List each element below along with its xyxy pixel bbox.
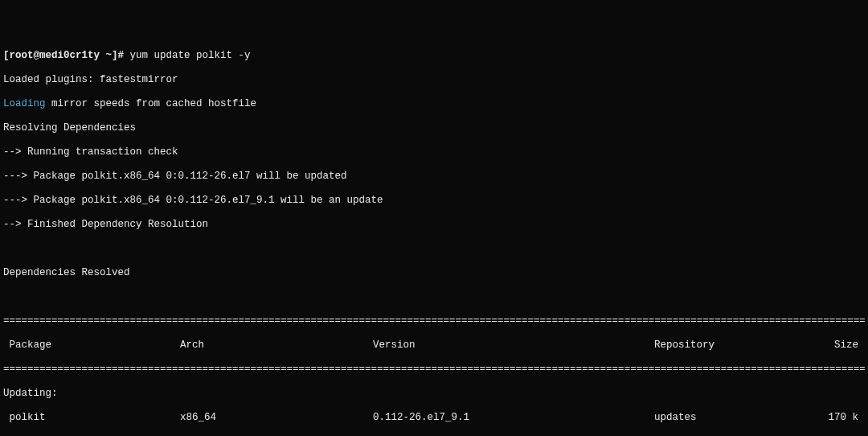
loading-rest: mirror speeds from cached hostfile — [46, 98, 257, 109]
header-size: Size — [823, 339, 865, 352]
blank — [3, 291, 865, 303]
package-old-line: ---> Package polkit.x86_64 0:0.112-26.el… — [3, 171, 865, 183]
resolving-line: Resolving Dependencies — [3, 122, 865, 134]
finished-dep-line: --> Finished Dependency Resolution — [3, 219, 865, 231]
prompt-userhost: [root@medi0cr1ty ~]# — [3, 50, 130, 61]
updating-header: Updating: — [3, 388, 865, 400]
prompt-cmd: yum update polkit -y — [130, 50, 251, 61]
trans-check-line: --> Running transaction check — [3, 146, 865, 158]
loaded-plugins-line: Loaded plugins: fastestmirror — [3, 74, 865, 86]
loading-mirror-line: Loading mirror speeds from cached hostfi… — [3, 98, 865, 110]
cell-package: polkit — [3, 412, 180, 424]
cell-arch: x86_64 — [180, 412, 373, 424]
loading-word: Loading — [3, 98, 46, 109]
table-row: polkit x86_64 0.112-26.el7_9.1 updates 1… — [3, 412, 865, 424]
separator-line: ========================================… — [3, 315, 865, 327]
deps-resolved-line: Dependencies Resolved — [3, 267, 865, 279]
table-header: Package Arch Version Repository Size — [3, 339, 865, 352]
header-repository: Repository — [654, 339, 823, 352]
blank — [3, 243, 865, 255]
cell-version: 0.112-26.el7_9.1 — [373, 412, 654, 424]
prompt-line-1[interactable]: [root@medi0cr1ty ~]# yum update polkit -… — [3, 50, 865, 62]
header-package: Package — [3, 339, 180, 352]
header-version: Version — [373, 339, 654, 352]
cell-repository: updates — [654, 412, 823, 424]
cell-size: 170 k — [823, 412, 865, 424]
separator-line: ========================================… — [3, 364, 865, 376]
package-new-line: ---> Package polkit.x86_64 0:0.112-26.el… — [3, 195, 865, 207]
header-arch: Arch — [180, 339, 373, 352]
